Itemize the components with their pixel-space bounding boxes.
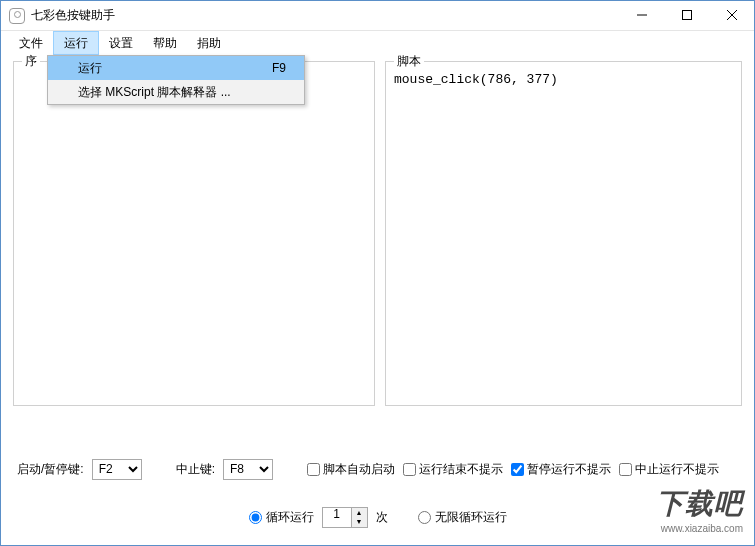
radio-infinite[interactable]: 无限循环运行 [418,509,507,526]
spin-down-icon[interactable]: ▼ [352,517,367,527]
window-controls [619,1,754,30]
hotkey-row: 启动/暂停键: F2 中止键: F8 脚本自动启动 运行结束不提示 暂停运行不提… [17,455,738,483]
content-area: 序 脚本 mouse_click(786, 377) [1,55,754,447]
menu-file[interactable]: 文件 [9,31,53,55]
chk-autostart[interactable]: 脚本自动启动 [307,461,395,478]
radio-loop[interactable]: 循环运行 ▲ ▼ 次 [249,507,388,528]
app-window: 七彩色按键助手 文件 运行 设置 帮助 捐助 运行 F9 选择 MKScript… [0,0,755,546]
chk-stop-noprompt[interactable]: 中止运行不提示 [619,461,719,478]
chk-pause-noprompt[interactable]: 暂停运行不提示 [511,461,611,478]
dropdown-run[interactable]: 运行 F9 [48,56,304,80]
menu-help[interactable]: 帮助 [143,31,187,55]
menubar: 文件 运行 设置 帮助 捐助 运行 F9 选择 MKScript 脚本解释器 .… [1,31,754,55]
chk-end-noprompt-box[interactable] [403,463,416,476]
chk-end-noprompt[interactable]: 运行结束不提示 [403,461,503,478]
maximize-button[interactable] [664,1,709,29]
left-panel: 序 [13,61,375,406]
watermark: 下载吧 www.xiazaiba.com [656,485,743,534]
dropdown-select-interpreter[interactable]: 选择 MKScript 脚本解释器 ... [48,80,304,104]
titlebar: 七彩色按键助手 [1,1,754,31]
loop-row: 循环运行 ▲ ▼ 次 无限循环运行 [17,493,738,541]
loop-count-input[interactable] [323,508,351,521]
window-title: 七彩色按键助手 [31,7,619,24]
radio-loop-input[interactable] [249,511,262,524]
svg-rect-1 [682,11,691,20]
menu-donate[interactable]: 捐助 [187,31,231,55]
dropdown-run-shortcut: F9 [272,61,294,75]
menu-settings[interactable]: 设置 [99,31,143,55]
chk-stop-noprompt-box[interactable] [619,463,632,476]
bottom-controls: 启动/暂停键: F2 中止键: F8 脚本自动启动 运行结束不提示 暂停运行不提… [1,447,754,545]
menu-run[interactable]: 运行 [53,31,99,55]
minimize-button[interactable] [619,1,664,29]
script-content: mouse_click(786, 377) [386,62,741,97]
stop-label: 中止键: [176,461,215,478]
start-pause-label: 启动/暂停键: [17,461,84,478]
close-button[interactable] [709,1,754,29]
right-panel-header: 脚本 [394,53,424,70]
start-pause-select[interactable]: F2 [92,459,142,480]
chk-pause-noprompt-box[interactable] [511,463,524,476]
stop-select[interactable]: F8 [223,459,273,480]
loop-count-spinner: ▲ ▼ [322,507,368,528]
left-panel-header: 序 [22,53,40,70]
radio-infinite-input[interactable] [418,511,431,524]
spin-up-icon[interactable]: ▲ [352,508,367,518]
dropdown-select-label: 选择 MKScript 脚本解释器 ... [78,84,231,101]
right-panel: 脚本 mouse_click(786, 377) [385,61,742,406]
chk-autostart-box[interactable] [307,463,320,476]
run-dropdown: 运行 F9 选择 MKScript 脚本解释器 ... [47,55,305,105]
dropdown-run-label: 运行 [78,60,102,77]
app-icon [9,8,25,24]
